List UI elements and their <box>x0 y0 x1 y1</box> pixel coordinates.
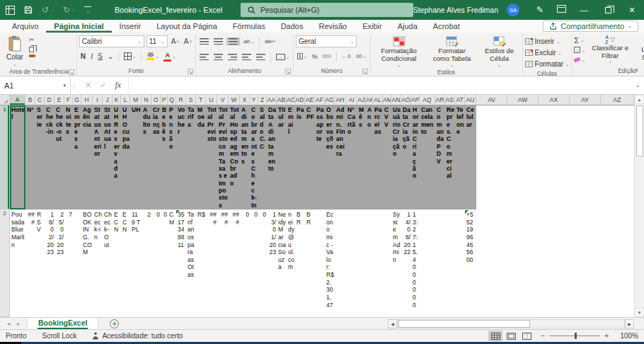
column-header-AH[interactable]: AH <box>335 95 346 105</box>
horizontal-scrollbar[interactable]: ◀ ▶ <box>388 318 644 329</box>
cell-AM2[interactable] <box>383 210 391 317</box>
cell-AT2[interactable] <box>455 210 465 317</box>
formula-input[interactable] <box>129 76 631 94</box>
font-color-button[interactable]: A⌄ <box>162 52 177 62</box>
cell-AJ2[interactable] <box>357 210 366 317</box>
cell-AC2[interactable]: neidy@uol.com <box>287 210 295 317</box>
cell-AG1[interactable]: Observações <box>325 105 335 210</box>
column-header-B[interactable]: B <box>25 95 35 105</box>
cell-A2[interactable]: Pousada Blue Marlin <box>10 210 25 317</box>
underline-button[interactable]: S <box>96 52 104 60</box>
column-header-AE[interactable]: AE <box>305 95 315 105</box>
cell-K1[interactable]: UH Reservada <box>113 105 121 210</box>
column-header-AJ[interactable]: AJ <box>357 95 366 105</box>
cell-H1[interactable]: Agência <box>81 105 93 210</box>
cell-V2[interactable]: ### <box>217 210 229 317</box>
column-header-V[interactable]: V <box>217 95 229 105</box>
cell-O1[interactable]: Crianças <box>151 105 161 210</box>
cell-AD2[interactable]: BR <box>295 210 305 317</box>
cell-AX2[interactable] <box>539 210 570 317</box>
cell-AR1[interactable]: Comanda PDV <box>435 105 445 210</box>
cell-D2[interactable]: 18/02/2023 <box>45 210 54 317</box>
underline-options-button[interactable]: ⌄ <box>106 52 115 60</box>
cell-AP1[interactable]: Horario Criação <box>411 105 420 210</box>
cell-AI2[interactable] <box>346 210 357 317</box>
cell-T2[interactable]: R$ <box>196 210 206 317</box>
column-header-Z[interactable]: Z <box>258 95 267 105</box>
tab-página-inicial[interactable]: Página Inicial <box>46 21 111 33</box>
column-header-AZ[interactable]: AZ <box>601 95 634 105</box>
wrap-text-button[interactable]: ab↩ <box>263 38 277 45</box>
cell-W2[interactable]: ### <box>229 210 240 317</box>
cell-I2[interactable]: Check-in <box>93 210 103 317</box>
tab-layout-da-página[interactable]: Layout da Página <box>149 21 225 33</box>
restore-button[interactable] <box>596 0 620 20</box>
bold-button[interactable]: N <box>79 52 87 60</box>
cell-AX1[interactable] <box>539 105 570 210</box>
column-header-C[interactable]: C <box>35 95 45 105</box>
cell-AF2[interactable] <box>315 210 325 317</box>
column-header-M[interactable]: M <box>130 95 142 105</box>
cell-E2[interactable]: 25/02/2023 <box>54 210 64 317</box>
accounting-format-button[interactable]: $⌄ <box>296 53 309 59</box>
align-center-button[interactable] <box>212 54 224 60</box>
new-sheet-button[interactable]: + <box>98 318 130 329</box>
cell-AY1[interactable] <box>570 105 601 210</box>
cell-AW1[interactable] <box>507 105 539 210</box>
cell-AA1[interactable]: Data Adiantamento <box>267 105 277 210</box>
next-sheet-button[interactable]: ▸ <box>17 321 20 327</box>
delete-cells-button[interactable]: Excluir⌄ <box>525 47 562 58</box>
tab-arquivo[interactable]: Arquivo <box>4 21 46 33</box>
column-header-F[interactable]: F <box>64 95 73 105</box>
column-header-T[interactable]: T <box>196 95 206 105</box>
cell-X2[interactable]: 0 <box>240 210 250 317</box>
cell-N1[interactable]: Adultos <box>142 105 151 210</box>
column-header-AR[interactable]: AR <box>435 95 445 105</box>
cell-AH2[interactable] <box>335 210 346 317</box>
column-header-S[interactable]: S <box>186 95 196 105</box>
column-header-AW[interactable]: AW <box>507 95 539 105</box>
decrease-decimal-button[interactable]: .00→ <box>354 54 368 59</box>
cell-AJ1[interactable]: Mês <box>357 105 366 210</box>
column-header-U[interactable]: U <box>206 95 217 105</box>
cell-M2[interactable]: 119 TPL <box>130 210 142 317</box>
cell-E1[interactable]: Check-out <box>54 105 64 210</box>
conditional-formatting-button[interactable]: Formatação Condicional ⌄ <box>373 35 425 68</box>
cell-I1[interactable]: Status Anterior <box>93 105 103 210</box>
search-box[interactable]: Pesquisar (Alt+G) <box>241 3 413 17</box>
cell-M1[interactable]: UH <box>130 105 142 210</box>
dialog-launcher-icon[interactable]: ↘ <box>69 69 74 75</box>
dialog-launcher-icon[interactable]: ↘ <box>188 69 193 74</box>
dialog-launcher-icon[interactable]: ↘ <box>285 69 291 74</box>
scroll-right-icon[interactable]: ▶ <box>625 319 634 328</box>
cell-J1[interactable]: Status Atual <box>103 105 113 210</box>
column-header-R[interactable]: R <box>176 95 186 105</box>
column-header-AP[interactable]: AP <box>411 95 420 105</box>
minimize-button[interactable]: — <box>572 0 596 20</box>
cell-F2[interactable]: 7 <box>64 210 73 317</box>
confirm-entry-button[interactable]: ✓ <box>100 81 106 90</box>
column-header-N[interactable]: N <box>142 95 151 105</box>
number-format-select[interactable]: Geral⌄ <box>296 35 357 47</box>
cell-B1[interactable]: Nº <box>25 105 35 210</box>
column-header-AN[interactable]: AN <box>391 95 401 105</box>
column-header-E[interactable]: E <box>54 95 64 105</box>
clear-button[interactable]: ⌄ <box>574 55 585 64</box>
undo-button[interactable]: ↺⌄ <box>42 6 54 14</box>
row-header-1[interactable]: 1 <box>0 105 10 210</box>
column-header-AV[interactable]: AV <box>476 95 507 105</box>
tab-dados[interactable]: Dados <box>273 21 311 33</box>
vertical-scrollbar[interactable]: ▲ ▼ <box>634 95 644 317</box>
cell-O2[interactable]: 0 <box>151 210 161 317</box>
cell-Z1[interactable]: Saldo C.C <box>258 105 267 210</box>
customize-qat-button[interactable]: ⌄ <box>84 6 91 13</box>
cut-button[interactable]: ✂ <box>29 36 38 44</box>
font-size-select[interactable]: 11⌄ <box>146 35 168 47</box>
column-header-AY[interactable]: AY <box>570 95 601 105</box>
sort-filter-button[interactable]: AZ▽ Classificar e Filtrar ⌄ <box>588 35 632 64</box>
share-button[interactable]: Compartilhamento ⌄ <box>543 21 638 32</box>
previous-sheet-button[interactable]: ◂ <box>7 321 10 327</box>
orientation-button[interactable]: ab⌄ <box>242 38 255 45</box>
cell-AE2[interactable]: BR <box>305 210 315 317</box>
increase-decimal-button[interactable]: ←.0 <box>340 54 352 59</box>
